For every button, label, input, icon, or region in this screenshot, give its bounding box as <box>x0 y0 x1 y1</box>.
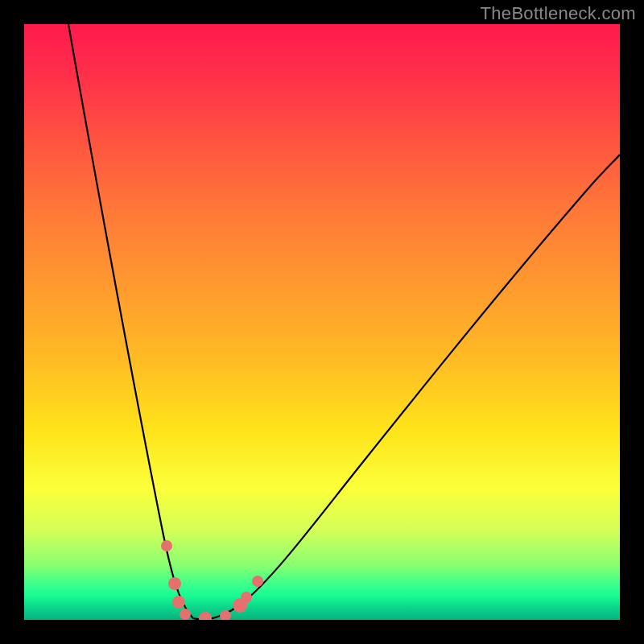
marker-dot <box>168 577 181 590</box>
marker-dot <box>180 609 191 620</box>
chart-frame: TheBottleneck.com <box>0 0 644 644</box>
watermark-text: TheBottleneck.com <box>481 3 636 24</box>
bottleneck-curve <box>68 24 620 619</box>
marker-dot <box>241 592 252 603</box>
marker-group <box>161 540 263 620</box>
marker-dot <box>199 612 212 620</box>
plot-area <box>24 24 620 620</box>
marker-dot <box>172 596 185 609</box>
marker-dot <box>252 576 263 587</box>
curve-svg <box>24 24 620 620</box>
marker-dot <box>161 540 172 551</box>
